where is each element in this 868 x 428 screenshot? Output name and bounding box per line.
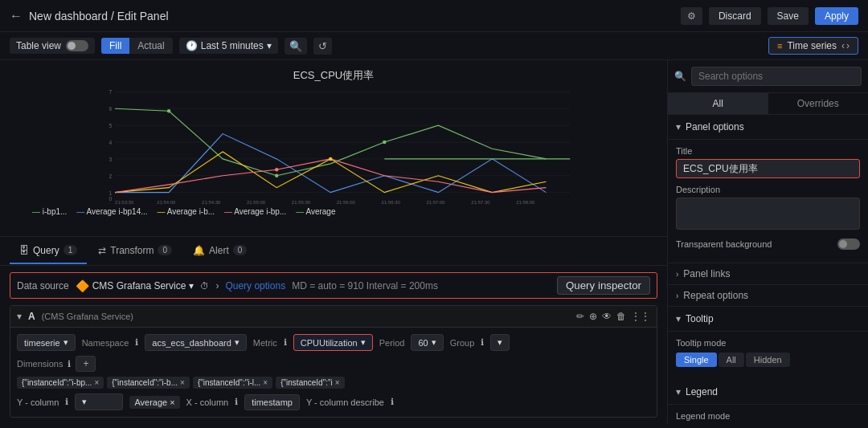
tag-close-4[interactable]: × — [335, 378, 340, 387]
add-dimension-button[interactable]: + — [76, 356, 96, 372]
group-select[interactable]: ▾ — [490, 334, 510, 351]
tooltip-header[interactable]: ▾ Tooltip — [668, 307, 868, 332]
x-column-select[interactable]: timestamp — [244, 394, 300, 410]
visualization-label: Time series — [787, 40, 837, 51]
svg-text:21:57:30: 21:57:30 — [471, 200, 490, 205]
svg-text:5: 5 — [109, 123, 113, 128]
query-section: Data source 🔶 CMS Grafana Service ▾ ⏱ › … — [0, 266, 667, 424]
tab-all[interactable]: All — [668, 93, 768, 114]
timeserie-chevron: ▾ — [63, 337, 68, 348]
left-panel: ECS_CPU使用率 7 6 5 4 3 2 — [0, 60, 667, 424]
datasource-selector[interactable]: 🔶 CMS Grafana Service ▾ — [76, 279, 194, 292]
group-info-icon: ℹ — [481, 337, 484, 348]
svg-text:21:57:00: 21:57:00 — [426, 200, 445, 205]
period-select[interactable]: 60 ▾ — [411, 334, 443, 351]
chart-area: ECS_CPU使用率 7 6 5 4 3 2 — [0, 60, 667, 236]
svg-text:7: 7 — [109, 89, 113, 95]
tab-overrides[interactable]: Overrides — [768, 93, 869, 114]
svg-text:21:56:30: 21:56:30 — [382, 200, 401, 205]
y-column-select[interactable]: ▾ — [75, 393, 123, 410]
legend-arrow: ▾ — [676, 386, 681, 397]
query-inspector-button[interactable]: Query inspector — [557, 276, 650, 295]
repeat-options-item[interactable]: › Repeat options — [668, 285, 868, 307]
svg-text:21:56:00: 21:56:00 — [337, 200, 356, 205]
metric-select[interactable]: CPUUtilization ▾ — [293, 334, 373, 351]
average-badge: Average × — [129, 396, 179, 409]
timeserie-select[interactable]: timeserie ▾ — [17, 334, 76, 351]
query-a-container: ▾ A (CMS Grafana Service) ✏ ⊕ 👁 🗑 ⋮⋮ — [10, 305, 657, 418]
table-view-toggle[interactable]: Table view — [10, 38, 95, 54]
chart-title: ECS_CPU使用率 — [8, 68, 659, 83]
legend-item-2: — Average i-bp14... — [76, 207, 147, 216]
visualization-picker[interactable]: ≡ Time series ‹ › — [768, 37, 858, 55]
group-chevron: ▾ — [497, 337, 502, 348]
save-button[interactable]: Save — [768, 7, 809, 25]
y-col-info-icon: ℹ — [65, 397, 68, 407]
svg-text:21:54:00: 21:54:00 — [157, 200, 176, 205]
refresh-button[interactable]: ↺ — [313, 38, 332, 55]
panel-links-item[interactable]: › Panel links — [668, 263, 868, 285]
table-view-dot[interactable] — [66, 40, 88, 51]
all-mode-button[interactable]: All — [719, 353, 744, 367]
search-input[interactable] — [691, 67, 862, 86]
actual-button[interactable]: Actual — [129, 38, 172, 54]
title-input[interactable] — [676, 159, 860, 178]
enable-icon[interactable]: 👁 — [602, 311, 612, 322]
x-col-info-icon: ℹ — [235, 397, 238, 407]
description-input[interactable] — [676, 198, 860, 230]
copy-icon[interactable]: ⊕ — [589, 311, 597, 322]
query-a-sublabel: (CMS Grafana Service) — [42, 312, 133, 321]
fill-button[interactable]: Fill — [101, 38, 129, 54]
bottom-row: Y - column ℹ ▾ Average × X - column ℹ — [17, 393, 650, 410]
tooltip-mode-label: Tooltip mode — [676, 338, 860, 348]
metric-value: CPUUtilization — [301, 338, 358, 348]
chart-container: 7 6 5 4 3 2 1 0 21:53:30 21:54:00 21:54:… — [8, 86, 659, 206]
back-button[interactable]: ← — [10, 9, 23, 23]
transform-badge: 0 — [158, 245, 172, 255]
query-a-body: timeserie ▾ Namespace ℹ acs_ecs_dashboar… — [10, 328, 657, 417]
query-options-link[interactable]: Query options — [225, 280, 285, 291]
single-mode-button[interactable]: Single — [676, 353, 717, 367]
instance-id-3: {"instanceId":"i-l... — [198, 378, 260, 387]
dimensions-label: Dimensions — [17, 359, 63, 369]
tab-query[interactable]: 🗄 Query 1 — [10, 238, 87, 264]
time-range-picker[interactable]: 🕐 Last 5 minutes ▾ — [179, 38, 278, 54]
edit-icon[interactable]: ✏ — [576, 311, 584, 322]
legend-item-5: — Average — [296, 207, 335, 216]
tab-alert[interactable]: 🔔 Alert 0 — [183, 238, 256, 264]
svg-text:2: 2 — [109, 173, 113, 179]
instance-tag-1: {"instanceId":"i-bp... × — [17, 377, 104, 389]
x-column-label: X - column — [186, 397, 229, 407]
clock-options-icon[interactable]: ⏱ — [200, 281, 209, 291]
panel-options-header[interactable]: ▾ Panel options — [668, 115, 868, 140]
discard-button[interactable]: Discard — [709, 7, 761, 25]
delete-icon[interactable]: 🗑 — [616, 311, 626, 322]
transform-tab-label: Transform — [110, 245, 154, 256]
instance-tag-4: {"instanceId":"i × — [276, 377, 344, 389]
tooltip-mode-buttons: Single All Hidden — [676, 353, 860, 367]
tab-transform[interactable]: ⇄ Transform 0 — [88, 238, 182, 264]
apply-button[interactable]: Apply — [815, 7, 858, 25]
drag-icon[interactable]: ⋮⋮ — [631, 311, 650, 322]
hidden-mode-button[interactable]: Hidden — [746, 353, 790, 367]
query-a-collapse[interactable]: ▾ — [17, 311, 22, 322]
tag-close-1[interactable]: × — [94, 378, 99, 387]
tag-close-3[interactable]: × — [263, 378, 268, 387]
transparent-bg-toggle[interactable] — [837, 238, 860, 250]
tooltip-body: Tooltip mode Single All Hidden — [668, 332, 868, 373]
legend-header[interactable]: ▾ Legend — [668, 380, 868, 405]
average-close[interactable]: × — [170, 397, 174, 407]
tag-close-2[interactable]: × — [180, 378, 185, 387]
namespace-select[interactable]: acs_ecs_dashboard ▾ — [145, 334, 246, 351]
settings-button[interactable]: ⚙ — [681, 7, 702, 25]
datasource-name: CMS Grafana Service — [92, 280, 186, 291]
panel-links-label: Panel links — [683, 268, 730, 279]
svg-text:6: 6 — [109, 106, 113, 112]
query-row-1: timeserie ▾ Namespace ℹ acs_ecs_dashboar… — [17, 334, 650, 351]
y-column-describe-label: Y - column describe — [306, 397, 384, 407]
toolbar: Table view Fill Actual 🕐 Last 5 minutes … — [0, 32, 868, 60]
svg-text:21:53:30: 21:53:30 — [115, 200, 134, 205]
zoom-out-button[interactable]: 🔍 — [285, 38, 307, 55]
database-icon: 🗄 — [19, 245, 29, 256]
svg-text:21:55:30: 21:55:30 — [292, 200, 311, 205]
